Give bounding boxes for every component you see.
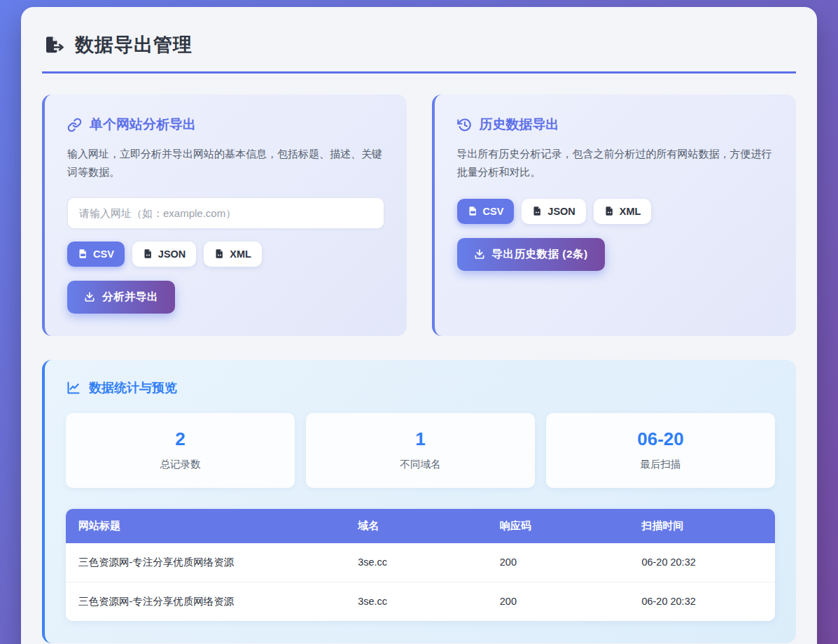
format-button-json[interactable]: JSON xyxy=(522,199,586,224)
format-label: JSON xyxy=(547,206,575,217)
preview-table: 网站标题 域名 响应码 扫描时间 三色资源网-专注分享优质网络资源 3se.cc… xyxy=(66,509,775,621)
format-label: JSON xyxy=(158,248,186,260)
single-export-title: 单个网站分析导出 xyxy=(90,115,196,134)
history-export-title: 历史数据导出 xyxy=(480,115,559,134)
analyze-export-button[interactable]: 分析并导出 xyxy=(67,281,175,314)
format-button-csv[interactable]: CSV xyxy=(67,241,125,267)
table-row[interactable]: 三色资源网-专注分享优质网络资源 3se.cc 200 06-20 20:32 xyxy=(66,582,775,621)
cell-status-code: 200 xyxy=(491,543,634,582)
column-header-domain: 域名 xyxy=(349,509,491,543)
file-code-icon xyxy=(143,248,153,259)
format-label: CSV xyxy=(483,206,504,217)
cell-domain: 3se.cc xyxy=(349,543,491,582)
single-export-card: 单个网站分析导出 输入网址，立即分析并导出网站的基本信息，包括标题、描述、关键词… xyxy=(42,94,407,336)
format-button-csv[interactable]: CSV xyxy=(457,199,515,224)
history-export-card: 历史数据导出 导出所有历史分析记录，包含之前分析过的所有网站数据，方便进行批量分… xyxy=(432,94,797,336)
column-header-time: 扫描时间 xyxy=(633,509,775,543)
export-history-button[interactable]: 导出历史数据 (2条) xyxy=(457,238,605,271)
download-icon xyxy=(474,248,485,260)
stat-cards-row: 2 总记录数 1 不同域名 06-20 最后扫描 xyxy=(66,413,775,488)
column-header-title: 网站标题 xyxy=(66,509,349,543)
file-csv-icon xyxy=(468,206,478,216)
file-code-icon xyxy=(604,206,615,216)
file-csv-icon xyxy=(78,248,88,259)
stats-title: 数据统计与预览 xyxy=(89,379,177,396)
format-button-xml[interactable]: XML xyxy=(594,199,652,224)
single-export-description: 输入网址，立即分析并导出网站的基本信息，包括标题、描述、关键词等数据。 xyxy=(67,145,384,182)
stat-label: 总记录数 xyxy=(73,458,288,471)
history-icon xyxy=(457,118,472,132)
cell-site-title: 三色资源网-专注分享优质网络资源 xyxy=(66,543,349,582)
stats-title-row: 数据统计与预览 xyxy=(66,379,775,396)
format-button-xml[interactable]: XML xyxy=(204,241,262,267)
file-export-icon xyxy=(43,35,64,55)
history-export-description: 导出所有历史分析记录，包含之前分析过的所有网站数据，方便进行批量分析和对比。 xyxy=(457,145,774,182)
column-header-status: 响应码 xyxy=(491,509,634,543)
stat-card-last-scan: 06-20 最后扫描 xyxy=(546,413,775,488)
file-code-icon xyxy=(214,248,225,259)
page-title: 数据导出管理 xyxy=(75,32,193,57)
single-export-title-row: 单个网站分析导出 xyxy=(67,115,384,134)
cell-domain: 3se.cc xyxy=(349,582,491,621)
url-input[interactable] xyxy=(67,197,384,229)
link-icon xyxy=(67,118,82,132)
format-label: CSV xyxy=(93,248,114,260)
stat-value: 06-20 xyxy=(553,428,768,450)
download-icon xyxy=(84,291,95,302)
cell-scan-time: 06-20 20:32 xyxy=(633,582,775,621)
stat-label: 最后扫描 xyxy=(553,458,768,471)
chart-line-icon xyxy=(66,381,81,395)
file-code-icon xyxy=(532,206,543,216)
stat-value: 1 xyxy=(313,428,528,450)
single-format-row: CSV JSON xyxy=(67,241,384,267)
table-header-row: 网站标题 域名 响应码 扫描时间 xyxy=(66,509,775,543)
cell-status-code: 200 xyxy=(491,582,634,621)
export-cards-row: 单个网站分析导出 输入网址，立即分析并导出网站的基本信息，包括标题、描述、关键词… xyxy=(42,94,796,336)
main-container: 数据导出管理 单个网站分析导出 输入网址，立即分析并导出网站的基本信息，包括标题… xyxy=(21,7,817,644)
cell-site-title: 三色资源网-专注分享优质网络资源 xyxy=(66,582,349,621)
history-export-title-row: 历史数据导出 xyxy=(457,115,774,134)
table-row[interactable]: 三色资源网-专注分享优质网络资源 3se.cc 200 06-20 20:32 xyxy=(66,543,775,582)
stat-label: 不同域名 xyxy=(313,458,528,471)
stat-card-distinct-domains: 1 不同域名 xyxy=(306,413,535,488)
format-button-json[interactable]: JSON xyxy=(132,241,197,267)
cell-scan-time: 06-20 20:32 xyxy=(633,543,775,582)
page-header: 数据导出管理 xyxy=(42,21,796,74)
export-history-label: 导出历史数据 (2条) xyxy=(492,247,588,262)
format-label: XML xyxy=(230,248,251,260)
stat-value: 2 xyxy=(73,428,288,450)
stat-card-total-records: 2 总记录数 xyxy=(66,413,295,488)
stats-section: 数据统计与预览 2 总记录数 1 不同域名 06-20 最后扫描 网站标题 xyxy=(42,360,796,643)
history-format-row: CSV JSON xyxy=(457,199,774,224)
analyze-export-label: 分析并导出 xyxy=(102,290,158,304)
format-label: XML xyxy=(620,206,641,217)
